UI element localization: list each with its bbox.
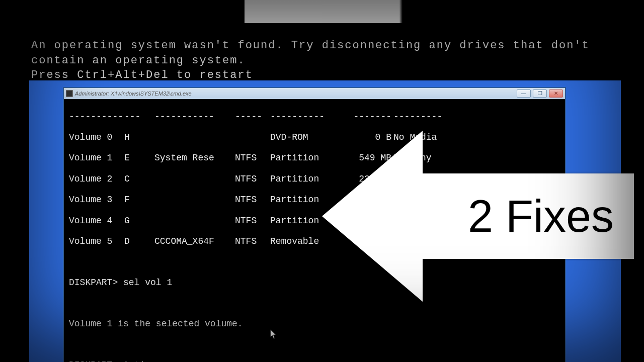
mouse-cursor-icon bbox=[270, 329, 277, 339]
cmd-icon bbox=[66, 90, 73, 97]
close-button[interactable]: ✕ bbox=[549, 89, 563, 98]
minimize-button[interactable]: — bbox=[517, 89, 531, 98]
annotation-text: 2 Fixes bbox=[468, 191, 614, 242]
bios-line1: An operating system wasn't found. Try di… bbox=[31, 39, 590, 52]
bios-line3: Press Ctrl+Alt+Del to restart bbox=[31, 69, 253, 81]
bios-error-text: An operating system wasn't found. Try di… bbox=[31, 38, 614, 83]
annotation-arrow-icon: 2 Fixes bbox=[322, 131, 634, 302]
window-title: Administrator: X:\windows\SYSTEM32\cmd.e… bbox=[75, 90, 515, 97]
cmd-line: DISKPART> Active bbox=[69, 360, 560, 362]
bios-line2: contain an operating system. bbox=[31, 54, 246, 67]
monitor-bezel-top bbox=[0, 0, 644, 23]
maximize-button[interactable]: ❐ bbox=[533, 89, 547, 98]
volume-header-dashes: ----------------------------------------… bbox=[69, 112, 560, 122]
window-titlebar[interactable]: Administrator: X:\windows\SYSTEM32\cmd.e… bbox=[64, 88, 565, 99]
cmd-line: Volume 1 is the selected volume. bbox=[69, 319, 560, 329]
